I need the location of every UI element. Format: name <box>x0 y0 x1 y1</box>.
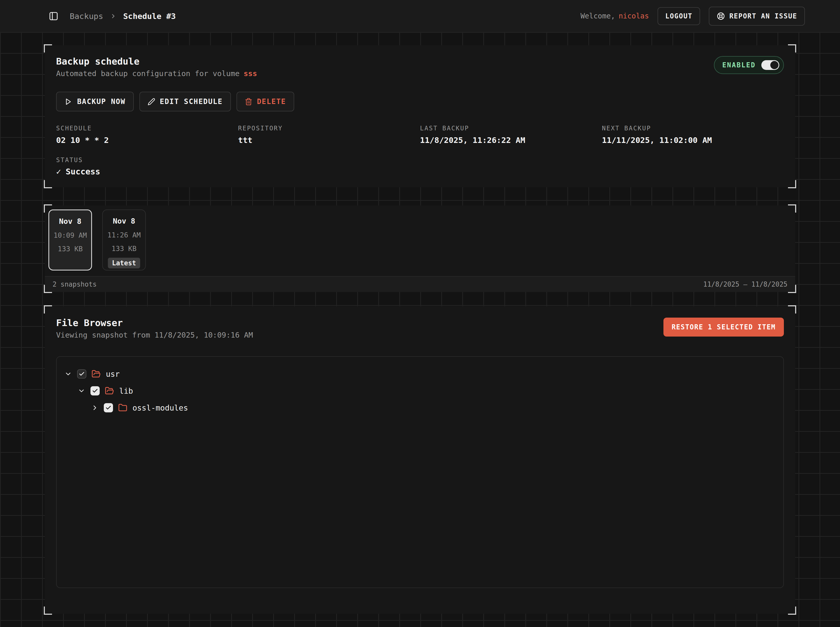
field-value: 11/11/2025, 11:02:00 AM <box>602 135 784 145</box>
logout-button[interactable]: LOGOUT <box>658 7 700 25</box>
corner-bracket <box>44 180 52 188</box>
toggle-switch[interactable] <box>761 60 779 70</box>
folder-open-icon <box>92 369 101 378</box>
snapshot-count: 2 snapshots <box>52 280 96 288</box>
logout-label: LOGOUT <box>665 12 692 20</box>
snapshot-size: 133 KB <box>58 245 83 253</box>
corner-bracket <box>44 305 52 314</box>
file-browser-title: File Browser <box>56 318 253 328</box>
snapshot-date-range: 11/8/2025 – 11/8/2025 <box>703 280 788 288</box>
sidebar-toggle-button[interactable] <box>49 11 58 21</box>
schedule-panel-title: Backup schedule <box>56 56 257 66</box>
snapshots-footer: 2 snapshots 11/8/2025 – 11/8/2025 <box>45 276 795 292</box>
field-label: REPOSITORY <box>238 125 420 132</box>
subtitle-prefix: Automated backup configuration for volum… <box>56 69 240 78</box>
checkbox-lib[interactable] <box>90 386 99 395</box>
status-label: STATUS <box>56 156 784 164</box>
file-browser-panel: File Browser Viewing snapshot from 11/8/… <box>45 306 795 614</box>
field-value: 02 10 * * 2 <box>56 135 238 145</box>
snapshot-size: 133 KB <box>112 244 137 252</box>
field-label: NEXT BACKUP <box>602 125 784 132</box>
checkbox-usr[interactable] <box>77 369 86 378</box>
field-last-backup: LAST BACKUP 11/8/2025, 11:26:22 AM <box>420 125 602 145</box>
tree-row-ossl-modules[interactable]: ossl-modules <box>64 399 776 416</box>
play-icon <box>64 98 73 106</box>
snapshot-card-latest[interactable]: Nov 8 11:26 AM 133 KB Latest <box>102 210 146 271</box>
field-label: LAST BACKUP <box>420 125 602 132</box>
delete-button[interactable]: DELETE <box>237 92 294 112</box>
corner-bracket <box>44 44 52 52</box>
status-block: STATUS ✓ Success <box>56 156 784 176</box>
enabled-toggle[interactable]: ENABLED <box>714 56 784 74</box>
file-tree: usr lib <box>56 356 784 588</box>
tree-label: ossl-modules <box>133 403 188 412</box>
snapshot-date: Nov 8 <box>113 217 135 225</box>
chevron-right-icon[interactable] <box>91 404 99 411</box>
pencil-icon <box>148 98 155 106</box>
snapshot-date: Nov 8 <box>59 217 81 226</box>
toggle-knob <box>770 61 778 69</box>
welcome-text: Welcome,nicolas <box>580 12 649 20</box>
snapshot-card-selected[interactable]: Nov 8 10:09 AM 133 KB <box>49 210 92 271</box>
breadcrumb-current-page: Schedule #3 <box>123 11 176 21</box>
report-issue-label: REPORT AN ISSUE <box>729 12 797 20</box>
backup-schedule-panel: Backup schedule Automated backup configu… <box>45 45 795 187</box>
snapshot-time: 10:09 AM <box>54 231 87 239</box>
report-issue-button[interactable]: REPORT AN ISSUE <box>709 7 805 25</box>
snapshot-card-list: Nov 8 10:09 AM 133 KB Nov 8 11:26 AM 133… <box>45 205 795 274</box>
username: nicolas <box>619 12 649 20</box>
snapshots-panel: Nov 8 10:09 AM 133 KB Nov 8 11:26 AM 133… <box>45 205 795 292</box>
topbar: Backups Schedule #3 Welcome,nicolas LOGO… <box>0 0 840 32</box>
folder-open-icon <box>105 386 114 395</box>
checkbox-ossl-modules[interactable] <box>104 403 113 412</box>
tree-label: usr <box>106 370 120 378</box>
lifebuoy-icon <box>717 12 725 20</box>
trash-icon <box>245 98 253 106</box>
corner-bracket <box>788 285 796 293</box>
edit-schedule-label: EDIT SCHEDULE <box>160 97 223 106</box>
latest-badge: Latest <box>108 258 140 268</box>
snapshot-time: 11:26 AM <box>107 231 141 239</box>
corner-bracket <box>788 205 796 213</box>
volume-name: sss <box>244 69 257 78</box>
panel-left-icon <box>49 11 58 21</box>
field-next-backup: NEXT BACKUP 11/11/2025, 11:02:00 AM <box>602 125 784 145</box>
edit-schedule-button[interactable]: EDIT SCHEDULE <box>139 92 231 112</box>
field-repository: REPOSITORY ttt <box>238 125 420 145</box>
backup-now-button[interactable]: BACKUP NOW <box>56 92 134 112</box>
file-browser-subtitle: Viewing snapshot from 11/8/2025, 10:09:1… <box>56 331 253 339</box>
tree-label: lib <box>119 386 133 395</box>
chevron-down-icon[interactable] <box>77 387 85 395</box>
main-content: Backup schedule Automated backup configu… <box>0 32 840 614</box>
tree-row-usr[interactable]: usr <box>64 365 776 383</box>
field-value: ttt <box>238 135 420 145</box>
backup-now-label: BACKUP NOW <box>77 97 126 106</box>
corner-bracket <box>44 205 52 213</box>
corner-bracket <box>788 607 796 615</box>
folder-icon <box>118 403 127 412</box>
corner-bracket <box>44 607 52 615</box>
corner-bracket <box>788 180 796 188</box>
field-label: SCHEDULE <box>56 125 238 132</box>
chevron-right-icon <box>110 13 117 19</box>
corner-bracket <box>44 285 52 293</box>
schedule-panel-subtitle: Automated backup configuration for volum… <box>56 69 257 78</box>
welcome-prefix: Welcome, <box>580 12 615 20</box>
corner-bracket <box>788 305 796 314</box>
breadcrumb-backups[interactable]: Backups <box>70 11 103 21</box>
status-value: Success <box>66 167 100 176</box>
enabled-label: ENABLED <box>722 61 756 69</box>
chevron-down-icon[interactable] <box>64 370 72 378</box>
schedule-fields: SCHEDULE 02 10 * * 2 REPOSITORY ttt LAST… <box>56 125 784 145</box>
field-value: 11/8/2025, 11:26:22 AM <box>420 135 602 145</box>
corner-bracket <box>788 44 796 52</box>
check-icon: ✓ <box>56 167 61 176</box>
tree-row-lib[interactable]: lib <box>64 383 776 399</box>
breadcrumb: Backups Schedule #3 <box>70 11 176 21</box>
delete-label: DELETE <box>257 97 286 106</box>
restore-selected-button[interactable]: RESTORE 1 SELECTED ITEM <box>663 318 784 337</box>
field-schedule: SCHEDULE 02 10 * * 2 <box>56 125 238 145</box>
